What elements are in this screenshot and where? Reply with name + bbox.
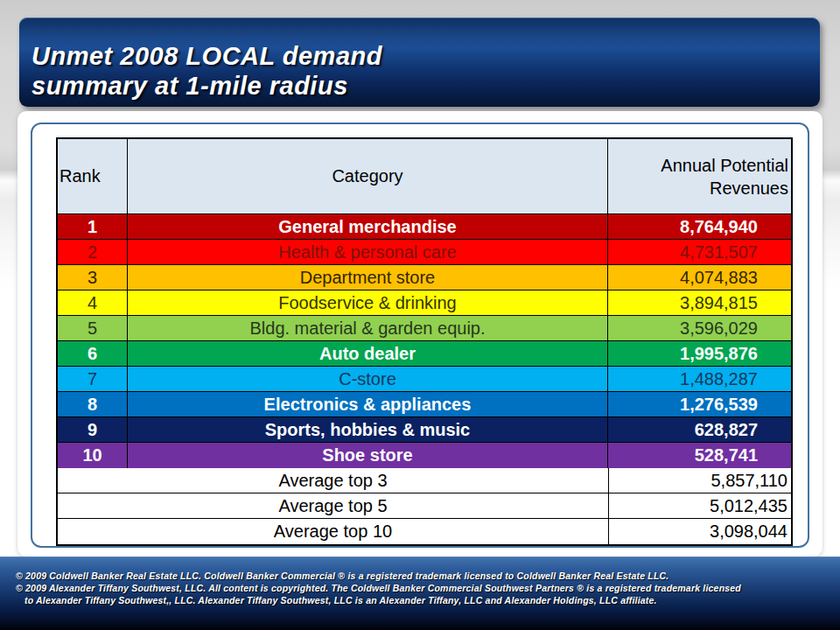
table-row: 10 Shoe store 528,741 bbox=[58, 443, 791, 468]
slide-title: Unmet 2008 LOCAL demand summary at 1-mil… bbox=[19, 18, 820, 101]
revenue-cell: 8,764,940 bbox=[608, 214, 791, 239]
header-revenue-line1: Annual Potential bbox=[661, 154, 788, 177]
slide-title-line2: summary at 1-mile radius bbox=[32, 71, 820, 101]
rank-cell: 9 bbox=[58, 417, 128, 442]
summary-row: Average top 3 5,857,110 bbox=[58, 468, 791, 494]
rank-cell: 8 bbox=[58, 392, 128, 416]
summary-value-cell: 3,098,044 bbox=[609, 519, 791, 544]
rank-cell: 6 bbox=[58, 341, 128, 366]
rank-cell: 2 bbox=[58, 240, 128, 264]
summary-row: Average top 10 3,098,044 bbox=[58, 519, 791, 544]
demand-table: Rank Category Annual Potential Revenues … bbox=[56, 137, 793, 546]
category-cell: General merchandise bbox=[128, 214, 608, 239]
table-row: 3 Department store 4,074,883 bbox=[58, 265, 791, 290]
rank-cell: 3 bbox=[58, 265, 128, 290]
category-cell: Sports, hobbies & music bbox=[128, 417, 608, 442]
revenue-cell: 3,894,815 bbox=[608, 290, 791, 315]
copyright-line3: to Alexander Tiffany Southwest,, LLC. Al… bbox=[24, 594, 741, 606]
revenue-cell: 1,488,287 bbox=[608, 367, 791, 391]
rank-cell: 7 bbox=[58, 367, 128, 391]
revenue-cell: 1,276,539 bbox=[608, 392, 791, 416]
table-row: 6 Auto dealer 1,995,876 bbox=[58, 341, 791, 367]
header-revenue-line2: Revenues bbox=[710, 177, 788, 200]
table-row: 2 Health & personal care 4,731,507 bbox=[58, 240, 791, 265]
summary-value-cell: 5,857,110 bbox=[609, 468, 791, 493]
summary-row: Average top 5 5,012,435 bbox=[58, 494, 791, 519]
summary-label-cell: Average top 10 bbox=[58, 519, 609, 544]
summary-label-cell: Average top 5 bbox=[58, 494, 609, 518]
category-cell: Electronics & appliances bbox=[128, 392, 608, 416]
copyright-line1: © 2009 Coldwell Banker Real Estate LLC. … bbox=[16, 570, 741, 582]
slide: { "title": { "line1": "Unmet 2008 LOCAL … bbox=[0, 0, 840, 630]
table-row: 1 General merchandise 8,764,940 bbox=[58, 214, 791, 240]
category-cell: Health & personal care bbox=[128, 240, 608, 264]
category-cell: Department store bbox=[128, 265, 608, 290]
table-row: 7 C-store 1,488,287 bbox=[58, 367, 791, 392]
copyright-text: © 2009 Coldwell Banker Real Estate LLC. … bbox=[16, 570, 741, 606]
category-cell: Foodservice & drinking bbox=[128, 290, 608, 315]
rank-cell: 10 bbox=[58, 443, 128, 468]
header-rank: Rank bbox=[58, 139, 128, 214]
table-row: 8 Electronics & appliances 1,276,539 bbox=[58, 392, 791, 417]
slide-title-bar: Unmet 2008 LOCAL demand summary at 1-mil… bbox=[19, 18, 820, 107]
table-summary: Average top 3 5,857,110 Average top 5 5,… bbox=[58, 468, 791, 544]
revenue-cell: 4,731,507 bbox=[608, 240, 791, 264]
revenue-cell: 3,596,029 bbox=[608, 316, 791, 340]
category-cell: Auto dealer bbox=[128, 341, 608, 366]
footer-band: © 2009 Coldwell Banker Real Estate LLC. … bbox=[0, 556, 840, 630]
category-cell: C-store bbox=[128, 367, 608, 391]
slide-title-line1: Unmet 2008 LOCAL demand bbox=[32, 41, 820, 71]
category-cell: Bldg. material & garden equip. bbox=[128, 316, 608, 340]
table-header-row: Rank Category Annual Potential Revenues bbox=[58, 139, 791, 214]
header-revenue: Annual Potential Revenues bbox=[608, 139, 791, 214]
table-row: 5 Bldg. material & garden equip. 3,596,0… bbox=[58, 316, 791, 341]
copyright-line2: © 2009 Alexander Tiffany Southwest, LLC.… bbox=[16, 582, 741, 594]
rank-cell: 4 bbox=[58, 290, 128, 315]
revenue-cell: 4,074,883 bbox=[608, 265, 791, 290]
summary-label-cell: Average top 3 bbox=[58, 468, 609, 493]
rank-cell: 5 bbox=[58, 316, 128, 340]
revenue-cell: 628,827 bbox=[608, 417, 791, 442]
category-cell: Shoe store bbox=[128, 443, 608, 468]
table-row: 4 Foodservice & drinking 3,894,815 bbox=[58, 290, 791, 316]
rank-cell: 1 bbox=[58, 214, 128, 239]
revenue-cell: 1,995,876 bbox=[608, 341, 791, 366]
summary-value-cell: 5,012,435 bbox=[609, 494, 791, 518]
header-category: Category bbox=[128, 139, 608, 214]
revenue-cell: 528,741 bbox=[608, 443, 791, 468]
table-body: 1 General merchandise 8,764,940 2 Health… bbox=[58, 214, 791, 468]
table-row: 9 Sports, hobbies & music 628,827 bbox=[58, 417, 791, 443]
